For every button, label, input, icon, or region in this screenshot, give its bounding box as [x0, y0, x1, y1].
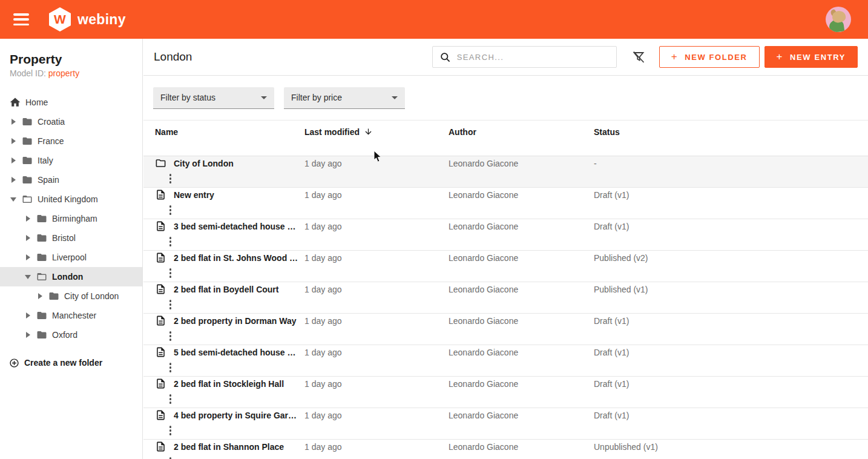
- sidebar-folder-item-italy[interactable]: Italy: [0, 151, 142, 170]
- hamburger-menu-icon[interactable]: [13, 13, 30, 25]
- entry-last-modified: 1 day ago: [304, 411, 449, 420]
- webiny-logo[interactable]: W webiny: [49, 7, 126, 31]
- sidebar-folder-item-manchester[interactable]: Manchester: [0, 306, 142, 325]
- column-header-status[interactable]: Status: [594, 127, 839, 137]
- table-row[interactable]: 2 bed property in Dorman Way 1 day ago L…: [143, 314, 868, 345]
- sidebar-folder-item-france[interactable]: France: [0, 131, 142, 151]
- caret-icon[interactable]: [10, 157, 17, 164]
- folder-closed-icon: [22, 116, 33, 127]
- new-folder-button[interactable]: + NEW FOLDER: [659, 46, 760, 68]
- caret-icon[interactable]: [10, 176, 17, 183]
- column-header-author[interactable]: Author: [449, 127, 594, 137]
- tree-item-label: Home: [25, 97, 48, 107]
- document-icon: [155, 378, 166, 389]
- user-avatar[interactable]: [826, 7, 851, 32]
- sidebar-folder-item-london[interactable]: London: [0, 267, 142, 286]
- row-menu-button[interactable]: [167, 423, 174, 438]
- search-input[interactable]: [457, 53, 610, 62]
- column-header-last-modified[interactable]: Last modified: [304, 127, 449, 137]
- filter-toggle-button[interactable]: [630, 48, 647, 65]
- table-row[interactable]: 5 bed semi-detached house … 1 day ago Le…: [143, 345, 868, 377]
- row-menu-button[interactable]: [167, 455, 174, 459]
- sidebar-folder-item-spain[interactable]: Spain: [0, 170, 142, 190]
- new-entry-button[interactable]: + NEW ENTRY: [764, 46, 858, 68]
- entry-last-modified: 1 day ago: [304, 159, 449, 168]
- tree-item-label: London: [52, 272, 83, 282]
- sidebar-folder-item-liverpool[interactable]: Liverpool: [0, 248, 142, 267]
- caret-icon[interactable]: [24, 254, 31, 261]
- column-header-name[interactable]: Name: [155, 127, 304, 137]
- table-row[interactable]: 3 bed semi-detached house … 1 day ago Le…: [143, 219, 868, 251]
- search-icon: [439, 51, 451, 63]
- entry-name: 3 bed semi-detached house …: [174, 222, 304, 231]
- table-row[interactable]: 2 bed flat in Shannon Place 1 day ago Le…: [143, 440, 868, 459]
- caret-icon[interactable]: [24, 215, 31, 222]
- tree-item-label: Birmingham: [52, 214, 97, 223]
- search-box: [432, 46, 617, 68]
- row-menu-button[interactable]: [167, 360, 174, 375]
- sidebar-folder-item-croatia[interactable]: Croatia: [0, 112, 142, 131]
- table-row[interactable]: 2 bed flat in St. Johns Wood … 1 day ago…: [143, 251, 868, 282]
- logo-letter: W: [54, 12, 66, 27]
- folder-closed-icon: [36, 252, 47, 263]
- caret-icon[interactable]: [24, 331, 31, 338]
- sort-descending-icon: [364, 127, 373, 136]
- row-menu-button[interactable]: [167, 392, 174, 406]
- table-row[interactable]: 4 bed property in Squire Gar… 1 day ago …: [143, 408, 868, 440]
- table-body: City of London 1 day ago Leonardo Giacon…: [143, 156, 868, 459]
- sidebar-folder-item-united-kingdom[interactable]: United Kingdom: [0, 190, 142, 209]
- entry-author: Leonardo Giacone: [449, 316, 594, 326]
- sidebar-item-home[interactable]: Home: [0, 93, 142, 112]
- entry-name: 2 bed flat in Boydell Court: [174, 285, 304, 294]
- filter-off-icon: [631, 50, 646, 64]
- filter-by-status-select[interactable]: Filter by status: [153, 87, 274, 109]
- row-menu-button[interactable]: [167, 171, 174, 186]
- entry-last-modified: 1 day ago: [304, 442, 449, 452]
- caret-icon[interactable]: [24, 234, 31, 242]
- plus-icon: +: [777, 51, 784, 63]
- document-icon: [155, 409, 166, 421]
- sidebar-folder-item-bristol[interactable]: Bristol: [0, 228, 142, 248]
- model-id: Model ID: property: [10, 68, 142, 78]
- row-menu-button[interactable]: [167, 266, 174, 280]
- model-id-value: property: [48, 68, 79, 78]
- tree-item-label: Spain: [38, 175, 59, 185]
- filter-label: Filter by price: [291, 93, 342, 102]
- table-row[interactable]: 2 bed flat in Boydell Court 1 day ago Le…: [143, 282, 868, 314]
- row-menu-button[interactable]: [167, 297, 174, 312]
- brand-name: webiny: [77, 12, 126, 28]
- entry-status: Draft (v1): [594, 316, 839, 326]
- folder-tree-items: Croatia France Italy Spain: [0, 112, 142, 345]
- plus-icon: +: [671, 51, 679, 63]
- entry-status: Draft (v1): [594, 411, 839, 420]
- app-window: W webiny Property Model ID: property Hom…: [0, 0, 868, 459]
- create-folder-button[interactable]: Create a new folder: [0, 354, 142, 372]
- caret-icon[interactable]: [10, 118, 17, 125]
- folder-open-icon: [22, 194, 33, 205]
- entry-author: Leonardo Giacone: [449, 285, 594, 294]
- row-menu-button[interactable]: [167, 234, 174, 249]
- filter-by-price-select[interactable]: Filter by price: [284, 87, 405, 109]
- plus-circle-icon: [9, 358, 19, 368]
- folder-closed-icon: [36, 233, 47, 243]
- chevron-down-icon: [261, 96, 267, 99]
- caret-icon[interactable]: [10, 137, 17, 145]
- sidebar-folder-item-oxford[interactable]: Oxford: [0, 325, 142, 345]
- model-id-label: Model ID:: [10, 68, 46, 78]
- row-menu-button[interactable]: [167, 203, 174, 217]
- row-menu-button[interactable]: [167, 329, 174, 343]
- caret-icon[interactable]: [24, 312, 31, 319]
- sidebar-folder-item-birmingham[interactable]: Birmingham: [0, 209, 142, 228]
- document-icon: [155, 315, 166, 326]
- table-row[interactable]: New entry 1 day ago Leonardo Giacone Dra…: [143, 188, 868, 219]
- caret-icon[interactable]: [36, 292, 44, 300]
- entry-name: New entry: [174, 190, 304, 200]
- entry-author: Leonardo Giacone: [449, 348, 594, 357]
- caret-icon[interactable]: [10, 196, 17, 203]
- sidebar-folder-item-city-of-london[interactable]: City of London: [0, 286, 142, 306]
- table-row[interactable]: 2 bed flat in Stockleigh Hall 1 day ago …: [143, 377, 868, 408]
- table-row[interactable]: City of London 1 day ago Leonardo Giacon…: [143, 156, 868, 188]
- filter-label: Filter by status: [160, 93, 215, 102]
- tree-item-label: Manchester: [52, 311, 96, 320]
- caret-icon[interactable]: [24, 273, 31, 280]
